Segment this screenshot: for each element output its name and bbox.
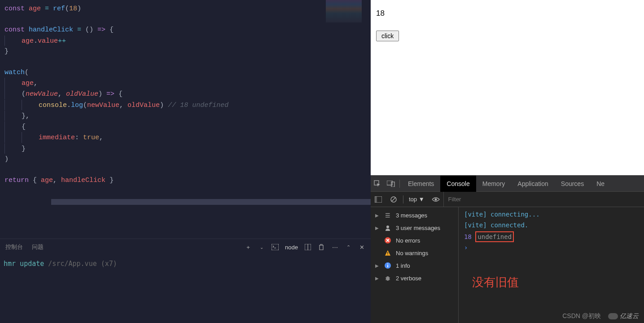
- yisu-watermark: 亿速云: [608, 312, 639, 320]
- sidebar-item-user-messages[interactable]: ▶ 3 user messages: [371, 221, 458, 234]
- sidebar-item-info[interactable]: ▶ 1 info: [371, 259, 458, 272]
- svg-line-10: [392, 198, 395, 201]
- close-icon[interactable]: ✕: [358, 243, 365, 251]
- minimap[interactable]: [326, 0, 362, 22]
- click-button[interactable]: click: [376, 31, 399, 41]
- info-icon: [384, 262, 391, 269]
- console-log-line: [vite] connected.: [464, 221, 528, 229]
- svg-point-19: [386, 276, 390, 281]
- devtools: Elements Console Memory Application Sour…: [371, 175, 644, 323]
- terminal-tab-problems[interactable]: 问题: [32, 243, 44, 251]
- svg-line-23: [389, 279, 390, 280]
- annotation-text: 没有旧值: [472, 274, 519, 290]
- tab-network[interactable]: Ne: [590, 176, 611, 192]
- cloud-icon: [608, 313, 618, 319]
- error-icon: [384, 237, 391, 244]
- comment: // 18 undefined: [168, 101, 228, 109]
- tab-sources[interactable]: Sources: [555, 176, 590, 192]
- more-icon[interactable]: ⋯: [331, 243, 338, 251]
- svg-rect-0: [272, 244, 279, 250]
- sidebar-item-messages[interactable]: ▶ ☰ 3 messages: [371, 209, 458, 221]
- expand-icon: ▶: [375, 276, 380, 281]
- var-age: age: [29, 5, 41, 13]
- svg-point-15: [387, 254, 388, 255]
- terminal-output[interactable]: hmr update /src/App.vue (x7): [0, 255, 371, 272]
- preview-age-value: 18: [376, 9, 639, 18]
- tab-elements[interactable]: Elements: [402, 176, 440, 192]
- bug-icon: [384, 274, 391, 282]
- sidebar-item-verbose[interactable]: ▶ 2 verbose: [371, 272, 458, 284]
- watermark: CSDN @初映 亿速云: [562, 312, 639, 320]
- device-icon[interactable]: [384, 176, 398, 192]
- svg-line-21: [389, 278, 390, 278]
- expand-icon: ▶: [375, 226, 380, 230]
- svg-line-22: [386, 279, 386, 280]
- kw-const: const: [4, 5, 25, 13]
- terminal-panel: 控制台 问题 + ⌄ node ⋯ ⌃ ✕ hmr update /src/Ap…: [0, 239, 371, 323]
- num-18: 18: [69, 5, 77, 13]
- chevron-up-icon[interactable]: ⌃: [345, 243, 352, 251]
- csdn-watermark: CSDN @初映: [562, 312, 601, 320]
- terminal-icon[interactable]: [272, 243, 279, 251]
- list-icon: ☰: [384, 212, 391, 219]
- trash-icon[interactable]: [318, 243, 325, 251]
- chevron-down-icon[interactable]: ⌄: [258, 243, 265, 251]
- console-filter-input[interactable]: [443, 192, 644, 207]
- split-icon[interactable]: [304, 243, 311, 251]
- horizontal-scrollbar[interactable]: [51, 199, 371, 205]
- expand-icon: ▶: [375, 263, 380, 268]
- inspect-icon[interactable]: [371, 176, 384, 192]
- svg-point-12: [386, 226, 389, 228]
- console-sidebar: ▶ ☰ 3 messages ▶ 3 user messages No erro…: [371, 207, 459, 323]
- fn-handleclick: handleClick: [29, 26, 73, 34]
- sidebar-item-errors[interactable]: No errors: [371, 234, 458, 247]
- tab-console[interactable]: Console: [440, 176, 476, 192]
- warning-icon: [384, 249, 391, 257]
- user-icon: [384, 224, 391, 231]
- console-log-undefined-highlighted: undefined: [475, 231, 514, 242]
- fn-ref: ref: [53, 5, 65, 13]
- svg-point-18: [387, 264, 388, 265]
- tab-memory[interactable]: Memory: [476, 176, 512, 192]
- plus-icon[interactable]: +: [245, 243, 252, 251]
- terminal-kind-label[interactable]: node: [285, 244, 298, 251]
- browser-preview: 18 click: [371, 0, 644, 175]
- console-prompt[interactable]: ›: [459, 243, 644, 252]
- tab-application[interactable]: Application: [511, 176, 555, 192]
- terminal-tab-console[interactable]: 控制台: [5, 243, 23, 251]
- console-output[interactable]: [vite] connecting... [vite] connected. 1…: [459, 207, 644, 323]
- svg-line-20: [386, 278, 386, 278]
- console-log-value: 18: [464, 233, 472, 240]
- expand-icon: ▶: [375, 213, 380, 218]
- svg-rect-8: [375, 196, 377, 203]
- code-editor[interactable]: const age = ref(18) const handleClick = …: [0, 0, 371, 239]
- clear-console-icon[interactable]: [386, 192, 401, 207]
- eye-icon[interactable]: [428, 192, 443, 207]
- sidebar-toggle-icon[interactable]: [371, 192, 386, 207]
- svg-rect-6: [391, 182, 394, 187]
- fn-watch: watch: [4, 69, 25, 76]
- context-dropdown[interactable]: top ▼: [405, 196, 428, 203]
- console-log-line: [vite] connecting...: [464, 211, 540, 218]
- svg-point-11: [434, 198, 437, 200]
- sidebar-item-warnings[interactable]: No warnings: [371, 247, 458, 259]
